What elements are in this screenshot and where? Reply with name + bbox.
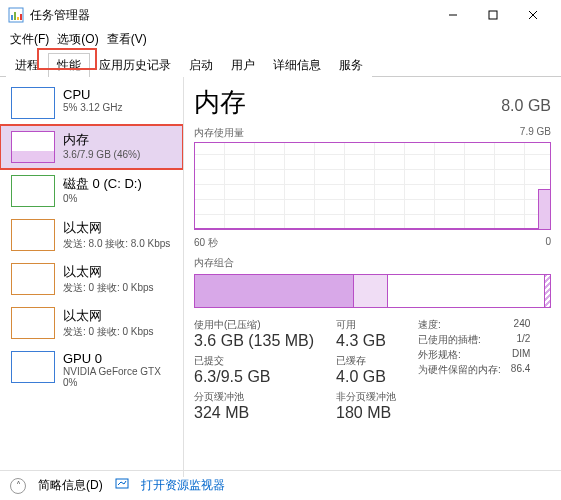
tabs: 进程 性能 应用历史记录 启动 用户 详细信息 服务 — [0, 52, 561, 77]
sidebar-item-disk[interactable]: 磁盘 0 (C: D:) 0% — [0, 169, 183, 213]
chart-time-label: 60 秒 — [194, 236, 218, 250]
composition-reserved — [544, 275, 550, 307]
content: CPU 5% 3.12 GHz 内存 3.6/7.9 GB (46%) 磁盘 0… — [0, 77, 561, 477]
composition-in-use — [195, 275, 354, 307]
stat-paged: 324 MB — [194, 404, 314, 422]
gpu-thumbnail — [11, 351, 55, 383]
svg-rect-6 — [489, 11, 497, 19]
tab-services[interactable]: 服务 — [330, 53, 372, 77]
sidebar-label: CPU — [63, 87, 175, 102]
composition-modified — [354, 275, 388, 307]
sidebar-item-ethernet-3[interactable]: 以太网 发送: 0 接收: 0 Kbps — [0, 301, 183, 345]
chart-label: 内存使用量 — [194, 126, 244, 140]
stat-available: 4.3 GB — [336, 332, 396, 350]
tab-details[interactable]: 详细信息 — [264, 53, 330, 77]
cpu-thumbnail — [11, 87, 55, 119]
ethernet-thumbnail — [11, 219, 55, 251]
sidebar-sublabel: 发送: 8.0 接收: 8.0 Kbps — [63, 237, 175, 251]
svg-rect-9 — [116, 479, 128, 488]
sidebar-label: 内存 — [63, 131, 175, 149]
sidebar-item-cpu[interactable]: CPU 5% 3.12 GHz — [0, 81, 183, 125]
chart-time-zero: 0 — [545, 236, 551, 250]
ethernet-thumbnail — [11, 307, 55, 339]
sidebar-label: 以太网 — [63, 219, 175, 237]
chart-line — [195, 228, 538, 229]
stat-label: 已提交 — [194, 354, 314, 368]
monitor-icon — [115, 477, 129, 494]
stat-nonpaged: 180 MB — [336, 404, 396, 422]
memory-capacity: 8.0 GB — [501, 97, 551, 115]
composition-label: 内存组合 — [194, 256, 234, 270]
fewer-details-link[interactable]: 简略信息(D) — [38, 477, 103, 494]
svg-rect-4 — [20, 14, 22, 20]
close-button[interactable] — [513, 0, 553, 30]
menu-options[interactable]: 选项(O) — [53, 30, 102, 50]
window-title: 任务管理器 — [30, 7, 90, 24]
tab-startup[interactable]: 启动 — [180, 53, 222, 77]
sidebar-item-memory[interactable]: 内存 3.6/7.9 GB (46%) — [0, 125, 183, 169]
titlebar: 任务管理器 — [0, 0, 561, 30]
stat-cached: 4.0 GB — [336, 368, 396, 386]
main-panel: 内存 8.0 GB 内存使用量 7.9 GB 60 秒 0 内存组合 使用中(已… — [184, 77, 561, 477]
disk-thumbnail — [11, 175, 55, 207]
stat-label: 使用中(已压缩) — [194, 318, 314, 332]
minimize-button[interactable] — [433, 0, 473, 30]
sidebar-sublabel: 3.6/7.9 GB (46%) — [63, 149, 175, 160]
sidebar-sublabel: 0% — [63, 193, 175, 204]
maximize-button[interactable] — [473, 0, 513, 30]
svg-rect-3 — [17, 17, 19, 20]
menu-file[interactable]: 文件(F) — [6, 30, 53, 50]
tab-users[interactable]: 用户 — [222, 53, 264, 77]
memory-thumbnail — [11, 131, 55, 163]
svg-line-11 — [121, 482, 124, 484]
stat-label: 非分页缓冲池 — [336, 390, 396, 404]
stat-label: 已缓存 — [336, 354, 396, 368]
open-resource-monitor-link[interactable]: 打开资源监视器 — [141, 477, 225, 494]
chevron-down-icon[interactable]: ˄ — [10, 478, 26, 494]
svg-line-12 — [124, 481, 126, 484]
sidebar: CPU 5% 3.12 GHz 内存 3.6/7.9 GB (46%) 磁盘 0… — [0, 77, 184, 477]
sidebar-label: 以太网 — [63, 307, 175, 325]
sidebar-item-ethernet-2[interactable]: 以太网 发送: 0 接收: 0 Kbps — [0, 257, 183, 301]
tab-performance[interactable]: 性能 — [48, 53, 90, 77]
reserved-label: 为硬件保留的内存: — [418, 363, 501, 377]
memory-composition-chart[interactable] — [194, 274, 551, 308]
app-icon — [8, 7, 24, 23]
sidebar-label: GPU 0 — [63, 351, 175, 366]
sidebar-label: 磁盘 0 (C: D:) — [63, 175, 175, 193]
tab-app-history[interactable]: 应用历史记录 — [90, 53, 180, 77]
sidebar-sublabel: NVIDIA GeForce GTX — [63, 366, 175, 377]
sidebar-item-gpu[interactable]: GPU 0 NVIDIA GeForce GTX 0% — [0, 345, 183, 394]
slots-value: 1/2 — [516, 333, 530, 347]
reserved-value: 86.4 — [511, 363, 530, 377]
speed-label: 速度: — [418, 318, 441, 332]
stat-label: 分页缓冲池 — [194, 390, 314, 404]
slots-label: 已使用的插槽: — [418, 333, 481, 347]
stat-label: 可用 — [336, 318, 396, 332]
sidebar-sublabel: 5% 3.12 GHz — [63, 102, 175, 113]
sidebar-sublabel: 0% — [63, 377, 175, 388]
svg-line-10 — [118, 482, 121, 485]
stat-in-use: 3.6 GB (135 MB) — [194, 332, 314, 350]
speed-value: 240 — [514, 318, 531, 332]
menubar: 文件(F) 选项(O) 查看(V) — [0, 30, 561, 50]
tab-processes[interactable]: 进程 — [6, 53, 48, 77]
chart-max: 7.9 GB — [520, 126, 551, 140]
stat-committed: 6.3/9.5 GB — [194, 368, 314, 386]
chart-fill — [538, 189, 550, 229]
svg-rect-1 — [11, 15, 13, 20]
menu-view[interactable]: 查看(V) — [103, 30, 151, 50]
sidebar-sublabel: 发送: 0 接收: 0 Kbps — [63, 281, 175, 295]
svg-rect-2 — [14, 12, 16, 20]
composition-standby — [388, 275, 544, 307]
footer: ˄ 简略信息(D) 打开资源监视器 — [0, 470, 561, 500]
ethernet-thumbnail — [11, 263, 55, 295]
form-label: 外形规格: — [418, 348, 461, 362]
sidebar-label: 以太网 — [63, 263, 175, 281]
memory-usage-chart[interactable] — [194, 142, 551, 230]
form-value: DIM — [512, 348, 530, 362]
sidebar-sublabel: 发送: 0 接收: 0 Kbps — [63, 325, 175, 339]
sidebar-item-ethernet-1[interactable]: 以太网 发送: 8.0 接收: 8.0 Kbps — [0, 213, 183, 257]
page-title: 内存 — [194, 85, 246, 120]
